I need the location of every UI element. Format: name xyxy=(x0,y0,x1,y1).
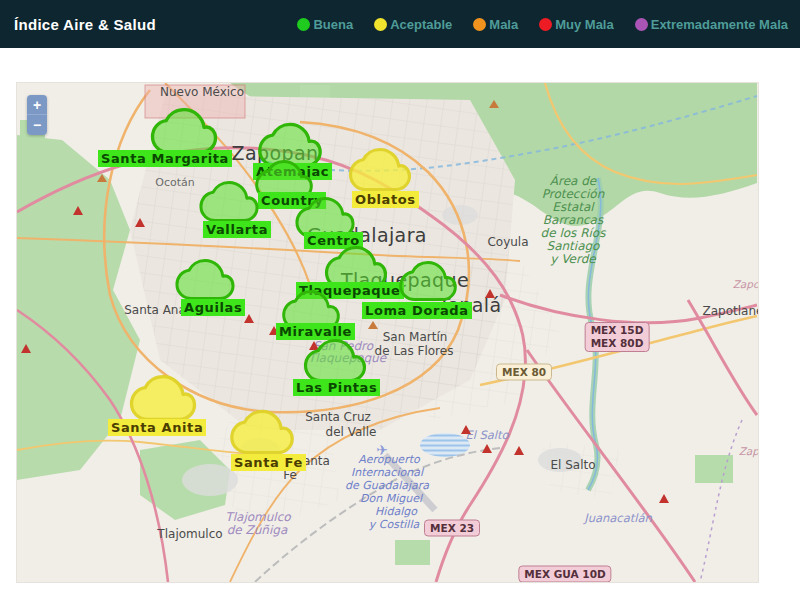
zoom-out-button[interactable]: − xyxy=(27,115,47,135)
legend-label: Aceptable xyxy=(390,17,452,32)
marker-santa-margarita-cloud-icon[interactable] xyxy=(152,109,216,153)
marker-santa-anita-label[interactable]: Santa Anita xyxy=(108,419,206,436)
legend-label: Extremadamente Mala xyxy=(651,17,788,32)
air-quality-legend: BuenaAceptableMalaMuy MalaExtremadamente… xyxy=(297,17,788,32)
app-header: Índice Aire & Salud BuenaAceptableMalaMu… xyxy=(0,0,800,48)
marker-loma-dorada-label[interactable]: Loma Dorada xyxy=(362,302,472,319)
legend-item-0: Buena xyxy=(297,17,353,32)
marker-oblatos-label[interactable]: Oblatos xyxy=(352,191,419,208)
marker-aguilas-label[interactable]: Aguilas xyxy=(181,299,245,316)
marker-oblatos-cloud-icon[interactable] xyxy=(350,149,410,190)
legend-dot-icon xyxy=(635,18,648,31)
legend-dot-icon xyxy=(473,18,486,31)
marker-santa-fe-cloud-icon[interactable] xyxy=(231,411,293,453)
legend-dot-icon xyxy=(374,18,387,31)
marker-loma-dorada-cloud-icon[interactable] xyxy=(400,262,456,300)
legend-label: Muy Mala xyxy=(555,17,614,32)
marker-vallarta-cloud-icon[interactable] xyxy=(200,182,258,221)
marker-santa-anita-cloud-icon[interactable] xyxy=(131,376,195,420)
marker-santa-fe-label[interactable]: Santa Fe xyxy=(231,454,306,471)
legend-item-2: Mala xyxy=(473,17,518,32)
zoom-control: + − xyxy=(27,95,47,135)
marker-miravalle-label[interactable]: Miravalle xyxy=(276,323,355,340)
marker-las-pintas-cloud-icon[interactable] xyxy=(305,340,365,381)
marker-aguilas-cloud-icon[interactable] xyxy=(176,260,234,299)
legend-item-1: Aceptable xyxy=(374,17,452,32)
legend-item-3: Muy Mala xyxy=(539,17,614,32)
page-title: Índice Aire & Salud xyxy=(14,16,156,33)
marker-las-pintas-label[interactable]: Las Pintas xyxy=(293,379,380,396)
map-canvas[interactable]: Nuevo MéxicoOcotánZapopanGuadalajaraTlaq… xyxy=(17,83,758,582)
legend-item-4: Extremadamente Mala xyxy=(635,17,788,32)
legend-dot-icon xyxy=(539,18,552,31)
legend-dot-icon xyxy=(297,18,310,31)
legend-label: Mala xyxy=(489,17,518,32)
zoom-in-button[interactable]: + xyxy=(27,95,47,115)
marker-atemajac-cloud-icon[interactable] xyxy=(259,124,321,166)
marker-centro-cloud-icon[interactable] xyxy=(296,198,354,237)
marker-santa-margarita-label[interactable]: Santa Margarita xyxy=(98,150,232,167)
legend-label: Buena xyxy=(313,17,353,32)
marker-vallarta-label[interactable]: Vallarta xyxy=(203,221,271,238)
